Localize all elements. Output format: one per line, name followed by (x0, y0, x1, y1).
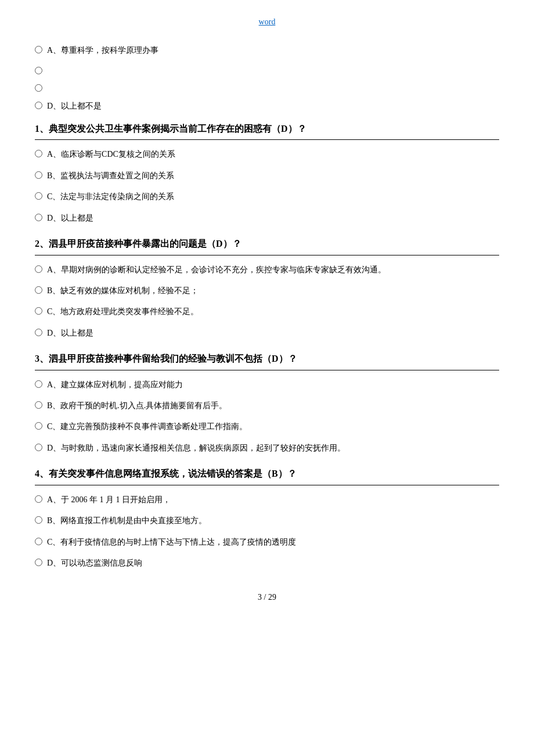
option-label: B、缺乏有效的媒体应对机制，经验不足； (47, 285, 199, 297)
option-label: A、临床诊断与CDC复核之间的关系 (47, 148, 175, 161)
option-label: B、监视执法与调查处置之间的关系 (47, 170, 174, 182)
radio-icon[interactable] (35, 444, 42, 451)
radio-icon[interactable] (35, 67, 42, 74)
radio-icon[interactable] (35, 286, 42, 294)
pagination: 3 / 29 (35, 593, 499, 602)
option-label: D、可以动态监测信息反响 (47, 557, 142, 570)
question-title: 3、泗县甲肝疫苗接种事件留给我们的经验与教训不包括（D）？ (35, 351, 499, 370)
radio-icon[interactable] (35, 380, 42, 388)
top-options-section: A、尊重科学，按科学原理办事 D、以上都不是 (35, 44, 499, 113)
option-label: A、早期对病例的诊断和认定经验不足，会诊讨论不充分，疾控专家与临床专家缺乏有效沟… (47, 264, 386, 276)
list-item: B、政府干预的时机.切入点.具体措施要留有后手。 (35, 399, 499, 412)
word-link[interactable]: word (259, 17, 276, 26)
radio-icon[interactable] (35, 46, 42, 53)
option-label: C、法定与非法定传染病之间的关系 (47, 190, 174, 203)
list-item: C、有利于疫情信息的与时上情下达与下情上达，提高了疫情的透明度 (35, 536, 499, 549)
list-item (35, 82, 499, 92)
question-title: 4、有关突发事件信息网络直报系统，说法错误的答案是（B）？ (35, 466, 499, 485)
option-label: A、于 2006 年 1 月 1 日开始启用， (47, 494, 171, 506)
option-label: A、建立媒体应对机制，提高应对能力 (47, 379, 183, 391)
question-title: 1、典型突发公共卫生事件案例揭示当前工作存在的困惑有（D）？ (35, 121, 499, 141)
radio-icon[interactable] (35, 102, 42, 109)
option-label: C、建立完善预防接种不良事件调查诊断处理工作指南。 (47, 420, 247, 433)
radio-icon[interactable] (35, 84, 42, 92)
option-label: D、以上都是 (47, 212, 93, 225)
list-item: A、早期对病例的诊断和认定经验不足，会诊讨论不充分，疾控专家与临床专家缺乏有效沟… (35, 264, 499, 276)
question-block: 1、典型突发公共卫生事件案例揭示当前工作存在的困惑有（D）？A、临床诊断与CDC… (35, 121, 499, 225)
radio-icon[interactable] (35, 559, 42, 566)
word-link-container: word (35, 17, 499, 27)
question-block: 3、泗县甲肝疫苗接种事件留给我们的经验与教训不包括（D）？A、建立媒体应对机制，… (35, 351, 499, 455)
list-item: A、尊重科学，按科学原理办事 (35, 44, 499, 57)
list-item: D、可以动态监测信息反响 (35, 557, 499, 570)
list-item: B、监视执法与调查处置之间的关系 (35, 170, 499, 182)
list-item: B、缺乏有效的媒体应对机制，经验不足； (35, 285, 499, 297)
radio-icon[interactable] (35, 214, 42, 221)
radio-icon[interactable] (35, 150, 42, 157)
page-number-label: 3 / 29 (258, 593, 276, 602)
radio-icon[interactable] (35, 192, 42, 200)
list-item: D、以上都是 (35, 327, 499, 340)
option-label: D、与时救助，迅速向家长通报相关信息，解说疾病原因，起到了较好的安抚作用。 (47, 442, 345, 455)
question-title: 2、泗县甲肝疫苗接种事件暴露出的问题是（D）？ (35, 236, 499, 255)
list-item: C、地方政府处理此类突发事件经验不足。 (35, 305, 499, 318)
list-item: C、法定与非法定传染病之间的关系 (35, 190, 499, 203)
radio-icon[interactable] (35, 329, 42, 336)
radio-icon[interactable] (35, 538, 42, 545)
list-item: A、临床诊断与CDC复核之间的关系 (35, 148, 499, 161)
questions-container: 1、典型突发公共卫生事件案例揭示当前工作存在的困惑有（D）？A、临床诊断与CDC… (35, 121, 499, 570)
option-label: B、网络直报工作机制是由中央直接至地方。 (47, 514, 207, 527)
list-item: B、网络直报工作机制是由中央直接至地方。 (35, 514, 499, 527)
option-label: C、有利于疫情信息的与时上情下达与下情上达，提高了疫情的透明度 (47, 536, 296, 549)
option-label: B、政府干预的时机.切入点.具体措施要留有后手。 (47, 399, 227, 412)
list-item: D、以上都是 (35, 212, 499, 225)
list-item (35, 65, 499, 74)
radio-icon[interactable] (35, 265, 42, 273)
radio-icon[interactable] (35, 401, 42, 409)
radio-icon[interactable] (35, 495, 42, 503)
option-label: C、地方政府处理此类突发事件经验不足。 (47, 305, 199, 318)
list-item: A、建立媒体应对机制，提高应对能力 (35, 379, 499, 391)
radio-icon[interactable] (35, 516, 42, 524)
option-label: D、以上都不是 (47, 100, 102, 113)
radio-icon[interactable] (35, 171, 42, 179)
radio-icon[interactable] (35, 307, 42, 315)
list-item: A、于 2006 年 1 月 1 日开始启用， (35, 494, 499, 506)
option-label: D、以上都是 (47, 327, 93, 340)
question-block: 4、有关突发事件信息网络直报系统，说法错误的答案是（B）？A、于 2006 年 … (35, 466, 499, 570)
list-item: C、建立完善预防接种不良事件调查诊断处理工作指南。 (35, 420, 499, 433)
option-label: A、尊重科学，按科学原理办事 (47, 44, 158, 57)
radio-icon[interactable] (35, 422, 42, 430)
list-item: D、以上都不是 (35, 100, 499, 113)
question-block: 2、泗县甲肝疫苗接种事件暴露出的问题是（D）？A、早期对病例的诊断和认定经验不足… (35, 236, 499, 340)
list-item: D、与时救助，迅速向家长通报相关信息，解说疾病原因，起到了较好的安抚作用。 (35, 442, 499, 455)
